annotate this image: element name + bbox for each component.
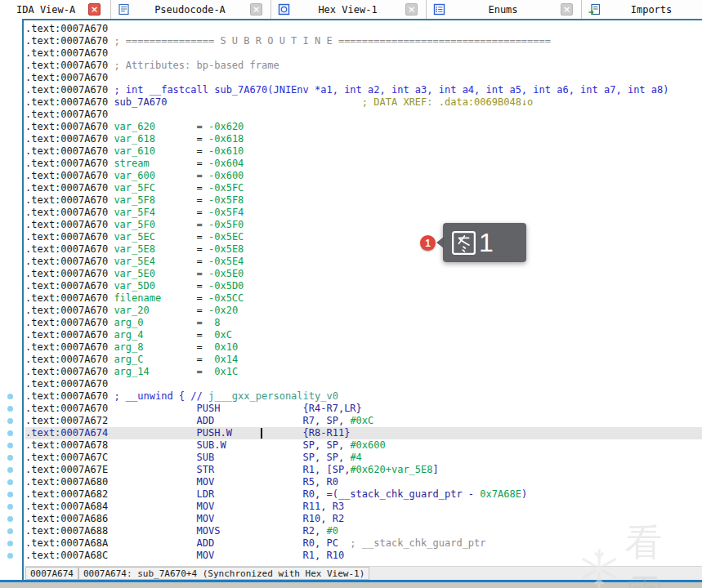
code-line[interactable]: .text:0007A670 var_618 = -0x618 — [25, 133, 702, 145]
code-token: arg_8 — [114, 341, 143, 353]
breakpoint-dot[interactable] — [7, 467, 13, 473]
line-address: .text:0007A670 — [25, 280, 114, 292]
breakpoint-dot[interactable] — [7, 406, 13, 412]
code-line[interactable]: .text:0007A670 arg_8 = 0x10 — [25, 341, 702, 354]
code-line[interactable]: .text:0007A670 filename = -0x5CC — [25, 292, 702, 305]
code-line[interactable]: .text:0007A670 — [25, 47, 702, 60]
code-line[interactable]: .text:0007A684 MOV R11, R3 — [25, 501, 702, 513]
code-line[interactable]: .text:0007A670 PUSH {R4-R7,LR} — [25, 403, 702, 415]
code-line[interactable]: .text:0007A670 var_5E4 = -0x5E4 — [25, 256, 702, 268]
code-line[interactable]: .text:0007A670 ; __unwind { // j___gxx_p… — [25, 390, 702, 403]
code-line[interactable]: .text:0007A670 arg_0 = 8 — [25, 317, 702, 329]
line-address: .text:0007A688 — [25, 525, 114, 537]
code-line[interactable]: .text:0007A67E STR R1, [SP,#0x620+var_5E… — [25, 464, 702, 476]
code-token: arg_14 — [114, 366, 149, 377]
close-icon[interactable]: × — [250, 3, 262, 16]
code-token: #4 — [350, 452, 361, 463]
close-icon[interactable]: × — [88, 3, 101, 16]
line-address: .text:0007A670 — [25, 317, 114, 328]
line-address: .text:0007A670 — [25, 170, 114, 181]
code-line[interactable]: .text:0007A68C MOV R1, R10 — [25, 550, 702, 562]
code-line[interactable]: .text:0007A688 MOVS R2, #0 — [25, 525, 702, 537]
code-line[interactable]: .text:0007A670 arg_C = 0x14 — [25, 354, 702, 366]
code-token: MOV R1, R10 — [197, 550, 345, 561]
code-token: 8 — [214, 317, 220, 328]
code-line[interactable]: .text:0007A686 MOV R10, R2 — [25, 513, 702, 525]
code-line[interactable]: .text:0007A670 ; =============== S U B R… — [25, 35, 702, 47]
code-line[interactable]: .text:0007A672 ADD R7, SP, #0xC — [25, 415, 702, 427]
status-address: 0007A674 — [25, 567, 78, 580]
code-line[interactable]: .text:0007A670 var_610 = -0x610 — [25, 145, 702, 158]
code-line[interactable]: .text:0007A680 MOV R5, R0 — [25, 476, 702, 488]
breakpoint-dot[interactable] — [7, 479, 13, 485]
code-line[interactable]: .text:0007A670 var_600 = -0x600 — [25, 170, 702, 182]
code-line[interactable]: .text:0007A670 — [25, 378, 702, 390]
code-token: -0x610 — [208, 145, 244, 157]
breakpoint-dot[interactable] — [7, 394, 13, 399]
code-token — [114, 525, 196, 537]
code-line[interactable]: .text:0007A670 var_5EC = -0x5EC — [25, 231, 702, 243]
text-cursor — [261, 428, 262, 439]
code-line[interactable]: .text:0007A68A ADD R0, PC ; __stack_chk_… — [25, 537, 702, 550]
line-address: .text:0007A670 — [25, 305, 114, 316]
close-icon[interactable]: × — [405, 3, 418, 16]
code-token: = — [161, 292, 208, 304]
breakpoint-dot[interactable] — [7, 443, 13, 448]
code-line[interactable]: .text:0007A670 — [25, 72, 702, 84]
code-line[interactable]: .text:0007A670 arg_14 = 0x1C — [25, 366, 702, 378]
line-address: .text:0007A670 — [25, 366, 114, 377]
code-line[interactable]: .text:0007A670 var_620 = -0x620 — [25, 121, 702, 133]
tab-imports[interactable]: Imports — [582, 0, 702, 19]
code-line[interactable]: .text:0007A670 sub_7A670 ; DATA XREF: .d… — [25, 96, 702, 109]
breakpoint-dot[interactable] — [7, 418, 13, 424]
line-address: .text:0007A678 — [25, 439, 114, 451]
code-token — [114, 476, 196, 488]
breakpoint-dot[interactable] — [7, 541, 13, 546]
tab-hex-view-1[interactable]: Hex View-1 × — [271, 0, 427, 19]
code-token: -0x5FC — [208, 182, 244, 194]
code-line[interactable]: .text:0007A670 — [25, 109, 702, 121]
breakpoint-dot[interactable] — [7, 430, 13, 436]
code-line[interactable]: .text:0007A670 ; int __fastcall sub_7A67… — [25, 84, 702, 96]
code-line[interactable]: .text:0007A670 var_5FC = -0x5FC — [25, 182, 702, 194]
code-token: ] — [433, 464, 439, 475]
code-line[interactable]: .text:0007A670 var_5D0 = -0x5D0 — [25, 280, 702, 292]
breakpoint-dot[interactable] — [7, 455, 13, 461]
cjk-tu-glyph — [451, 230, 476, 256]
code-token: ADD R0, PC — [197, 537, 338, 549]
code-line[interactable]: .text:0007A670 ; Attributes: bp-based fr… — [25, 60, 702, 72]
code-line[interactable]: .text:0007A670 stream = -0x604 — [25, 158, 702, 170]
code-token: sub_7A670 — [114, 96, 167, 108]
code-line[interactable]: .text:0007A678 SUB.W SP, SP, #0x600 — [25, 439, 702, 452]
code-line[interactable]: .text:0007A670 arg_4 = 0xC — [25, 329, 702, 341]
close-icon[interactable]: × — [561, 3, 573, 16]
code-line[interactable]: .text:0007A682 LDR R0, =(__stack_chk_gua… — [25, 488, 702, 501]
code-line-current[interactable]: .text:0007A674 PUSH.W {R8-R11} — [25, 427, 702, 439]
breakpoint-dot[interactable] — [7, 516, 13, 522]
hex-view-icon — [278, 3, 290, 16]
code-token: -0x5F0 — [208, 219, 244, 230]
code-token: -0x5EC — [208, 231, 244, 243]
code-line[interactable]: .text:0007A670 var_5F0 = -0x5F0 — [25, 219, 702, 231]
code-token: -0x5CC — [208, 292, 244, 304]
breakpoint-dot[interactable] — [7, 553, 13, 559]
code-line[interactable]: .text:0007A670 var_5E0 = -0x5E0 — [25, 268, 702, 280]
code-token: ; int __fastcall sub_7A670(JNIEnv *a1, i… — [114, 84, 668, 96]
code-token: var_5D0 — [114, 280, 155, 292]
tab-enums[interactable]: Enums × — [427, 0, 582, 19]
breakpoint-dot[interactable] — [7, 492, 13, 497]
breakpoint-dot[interactable] — [7, 528, 13, 534]
code-token: ) — [521, 488, 527, 500]
code-line[interactable]: .text:0007A670 var_5F8 = -0x5F8 — [25, 194, 702, 207]
code-line[interactable]: .text:0007A670 — [25, 23, 702, 35]
breakpoint-dot[interactable] — [7, 504, 13, 510]
code-line[interactable]: .text:0007A670 var_5E8 = -0x5E8 — [25, 243, 702, 256]
code-area[interactable]: .text:0007A670 .text:0007A670 ; ========… — [25, 23, 702, 562]
code-line[interactable]: .text:0007A670 var_20 = -0x20 — [25, 305, 702, 317]
line-address: .text:0007A67C — [25, 452, 114, 463]
code-line[interactable]: .text:0007A67C SUB SP, SP, #4 — [25, 452, 702, 464]
line-address: .text:0007A670 — [25, 182, 114, 194]
code-line[interactable]: .text:0007A670 var_5F4 = -0x5F4 — [25, 207, 702, 219]
tab-pseudocode-a[interactable]: Pseudocode-A × — [111, 0, 271, 19]
line-address: .text:0007A670 — [25, 341, 114, 353]
